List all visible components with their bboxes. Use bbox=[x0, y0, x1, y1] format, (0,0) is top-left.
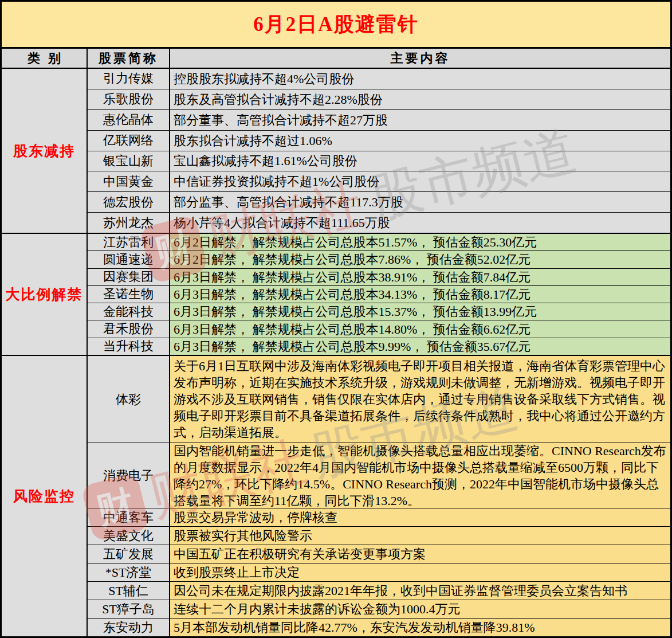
content-cell: 中信证券投资拟减持不超1%公司股份 bbox=[170, 171, 670, 191]
stock-name-cell: 君禾股份 bbox=[88, 320, 170, 337]
content-cell: 6月3日解禁， 解禁规模占公司总股本14.80%， 预估金额6.62亿元 bbox=[170, 320, 670, 337]
table-row: 当升科技6月3日解禁， 解禁规模占公司总股本9.99%， 预估金额35.67亿元 bbox=[88, 338, 670, 355]
content-cell: 部分董事、高管拟合计减持不超27万股 bbox=[170, 110, 670, 130]
table-row: 圣诺生物6月3日解禁， 解禁规模占公司总股本34.13%， 预估金额8.17亿元 bbox=[88, 285, 670, 303]
content-cell: 收到股票终止上市决定 bbox=[170, 563, 670, 581]
content-cell: 股票被实行其他风险警示 bbox=[170, 527, 670, 545]
table-row: 体彩关于6月1日互联网中涉及海南体彩视频电子即开项目相关报道，海南省体育彩票管理… bbox=[88, 356, 670, 443]
table-row: 江苏雷利6月2日解禁， 解禁规模占公司总股本51.57%， 预估金额25.30亿… bbox=[88, 234, 670, 250]
stock-name-cell: 金能科技 bbox=[88, 303, 170, 320]
section-large-scale-unlock: 大比例解禁江苏雷利6月2日解禁， 解禁规模占公司总股本51.57%， 预估金额2… bbox=[2, 233, 670, 355]
content-cell: 股东拟合计减持不超过1.06% bbox=[170, 131, 670, 151]
stock-name-cell: 乐歌股份 bbox=[88, 89, 170, 109]
content-cell: 部分监事、高管拟合计减持不超117.3万股 bbox=[170, 192, 670, 212]
table-row: 惠伦晶体部分董事、高管拟合计减持不超27万股 bbox=[88, 109, 670, 130]
content-cell: 6月3日解禁， 解禁规模占公司总股本15.37%， 预估金额13.99亿元 bbox=[170, 303, 670, 320]
stock-name-cell: 德宏股份 bbox=[88, 192, 170, 212]
content-cell: 股东及高管拟合计减持不超2.28%股份 bbox=[170, 89, 670, 109]
content-cell: 国内智能机销量进一步走低，智能机摄像头搭载总量相应出现萎缩。CINNO Rese… bbox=[170, 443, 670, 508]
content-cell: 因公司未在规定期限内披露2021年年报，收到中国证券监督管理委员会立案告知书 bbox=[170, 582, 670, 600]
stock-name-cell: 体彩 bbox=[88, 356, 170, 443]
table-row: 亿联网络股东拟合计减持不超过1.06% bbox=[88, 130, 670, 151]
content-cell: 6月2日解禁， 解禁规模占公司总股本7.86%， 预估金额52.02亿元 bbox=[170, 251, 670, 268]
stock-name-cell: 江苏雷利 bbox=[88, 234, 170, 250]
stock-name-cell: 中国黄金 bbox=[88, 171, 170, 191]
stock-name-cell: 消费电子 bbox=[88, 443, 170, 508]
section-rows: 体彩关于6月1日互联网中涉及海南体彩视频电子即开项目相关报道，海南省体育彩票管理… bbox=[88, 356, 670, 636]
stock-name-cell: 圆通速递 bbox=[88, 251, 170, 268]
stock-name-cell: 因赛集团 bbox=[88, 269, 170, 285]
header-category: 类别 bbox=[2, 49, 88, 68]
content-cell: 控股股东拟减持不超4%公司股份 bbox=[170, 69, 670, 89]
stock-name-cell: 苏州龙杰 bbox=[88, 213, 170, 233]
content-cell: 宝山鑫拟减持不超1.61%公司股份 bbox=[170, 151, 670, 171]
table-header-row: 类别 股票简称 主要内容 bbox=[2, 49, 670, 69]
page-title: 6月2日A股避雷针 bbox=[253, 11, 418, 38]
table-row: 引力传媒控股股东拟减持不超4%公司股份 bbox=[88, 69, 670, 89]
content-cell: 连续十二个月内累计未披露的诉讼金额为1000.4万元 bbox=[170, 600, 670, 618]
stock-name-cell: ST辅仁 bbox=[88, 582, 170, 600]
table-row: ST獐子岛连续十二个月内累计未披露的诉讼金额为1000.4万元 bbox=[88, 600, 670, 618]
table-row: 因赛集团6月3日解禁， 解禁规模占公司总股本38.91%， 预估金额7.84亿元 bbox=[88, 268, 670, 285]
stock-name-cell: *ST济堂 bbox=[88, 563, 170, 581]
stock-name-cell: 银宝山新 bbox=[88, 151, 170, 171]
section-rows: 江苏雷利6月2日解禁， 解禁规模占公司总股本51.57%， 预估金额25.30亿… bbox=[88, 234, 670, 355]
table-row: *ST济堂收到股票终止上市决定 bbox=[88, 563, 670, 581]
content-cell: 5月本部发动机销量同比降42.77%，东安汽发发动机销量降39.81% bbox=[170, 619, 670, 636]
table-row: 乐歌股份股东及高管拟合计减持不超2.28%股份 bbox=[88, 89, 670, 109]
table-row: ST辅仁因公司未在规定期限内披露2021年年报，收到中国证券监督管理委员会立案告… bbox=[88, 581, 670, 600]
table-row: 圆通速递6月2日解禁， 解禁规模占公司总股本7.86%， 预估金额52.02亿元 bbox=[88, 250, 670, 268]
stock-name-cell: 当升科技 bbox=[88, 338, 170, 355]
title-bar: 6月2日A股避雷针 bbox=[2, 2, 670, 49]
table-row: 德宏股份部分监事、高管拟合计减持不超117.3万股 bbox=[88, 191, 670, 212]
content-cell: 6月2日解禁， 解禁规模占公司总股本51.57%， 预估金额25.30亿元 bbox=[170, 234, 670, 250]
table-row: 五矿发展中国五矿正在积极研究有关承诺变更事项方案 bbox=[88, 545, 670, 563]
table-row: 美盛文化股票被实行其他风险警示 bbox=[88, 526, 670, 545]
content-cell: 关于6月1日互联网中涉及海南体彩视频电子即开项目相关报道，海南省体育彩票管理中心… bbox=[170, 356, 670, 443]
content-cell: 股票交易异常波动，停牌核查 bbox=[170, 508, 670, 526]
table-row: 东安动力5月本部发动机销量同比降42.77%，东安汽发发动机销量降39.81% bbox=[88, 618, 670, 636]
table-body: 股东减持引力传媒控股股东拟减持不超4%公司股份乐歌股份股东及高管拟合计减持不超2… bbox=[2, 69, 670, 636]
section-risk-monitoring: 风险监控体彩关于6月1日互联网中涉及海南体彩视频电子即开项目相关报道，海南省体育… bbox=[2, 355, 670, 636]
content-cell: 杨小芹等4人拟合计减持不超111.65万股 bbox=[170, 213, 670, 233]
table-row: 苏州龙杰杨小芹等4人拟合计减持不超111.65万股 bbox=[88, 212, 670, 233]
section-shareholder-reduction: 股东减持引力传媒控股股东拟减持不超4%公司股份乐歌股份股东及高管拟合计减持不超2… bbox=[2, 69, 670, 233]
stock-name-cell: 五矿发展 bbox=[88, 545, 170, 563]
table-row: 中国黄金中信证券投资拟减持不超1%公司股份 bbox=[88, 171, 670, 191]
stock-name-cell: ST獐子岛 bbox=[88, 600, 170, 618]
category-label: 大比例解禁 bbox=[2, 234, 88, 355]
content-cell: 6月3日解禁， 解禁规模占公司总股本38.91%， 预估金额7.84亿元 bbox=[170, 269, 670, 285]
stock-name-cell: 中通客车 bbox=[88, 508, 170, 526]
table-row: 银宝山新宝山鑫拟减持不超1.61%公司股份 bbox=[88, 151, 670, 171]
category-label: 风险监控 bbox=[2, 356, 88, 636]
table-row: 君禾股份6月3日解禁， 解禁规模占公司总股本14.80%， 预估金额6.62亿元 bbox=[88, 320, 670, 337]
table-row: 消费电子国内智能机销量进一步走低，智能机摄像头搭载总量相应出现萎缩。CINNO … bbox=[88, 443, 670, 508]
table-row: 金能科技6月3日解禁， 解禁规模占公司总股本15.37%， 预估金额13.99亿… bbox=[88, 303, 670, 320]
header-stock-name: 股票简称 bbox=[88, 49, 170, 68]
lightning-rod-table: 6月2日A股避雷针 类别 股票简称 主要内容 股东减持引力传媒控股股东拟减持不超… bbox=[0, 0, 672, 638]
stock-name-cell: 引力传媒 bbox=[88, 69, 170, 89]
table-row: 中通客车股票交易异常波动，停牌核查 bbox=[88, 508, 670, 526]
header-main-content: 主要内容 bbox=[170, 49, 670, 68]
content-cell: 中国五矿正在积极研究有关承诺变更事项方案 bbox=[170, 545, 670, 563]
section-rows: 引力传媒控股股东拟减持不超4%公司股份乐歌股份股东及高管拟合计减持不超2.28%… bbox=[88, 69, 670, 233]
stock-name-cell: 圣诺生物 bbox=[88, 286, 170, 303]
content-cell: 6月3日解禁， 解禁规模占公司总股本34.13%， 预估金额8.17亿元 bbox=[170, 286, 670, 303]
category-label: 股东减持 bbox=[2, 69, 88, 233]
stock-name-cell: 惠伦晶体 bbox=[88, 110, 170, 130]
content-cell: 6月3日解禁， 解禁规模占公司总股本9.99%， 预估金额35.67亿元 bbox=[170, 338, 670, 355]
stock-name-cell: 亿联网络 bbox=[88, 131, 170, 151]
stock-name-cell: 美盛文化 bbox=[88, 527, 170, 545]
stock-name-cell: 东安动力 bbox=[88, 619, 170, 636]
